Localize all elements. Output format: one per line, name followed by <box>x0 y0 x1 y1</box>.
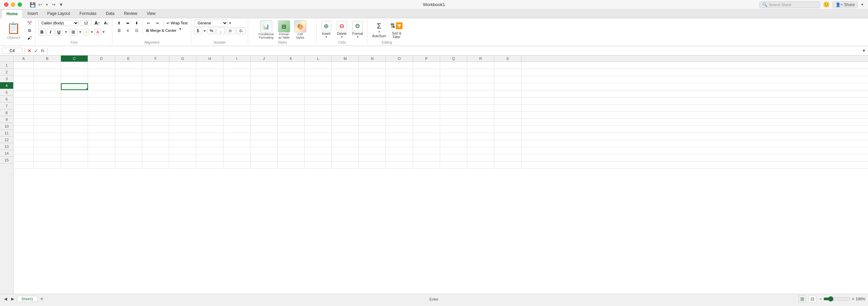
cell-d9[interactable] <box>88 119 115 126</box>
cell-h11[interactable] <box>196 133 223 140</box>
cell-r11[interactable] <box>467 133 494 140</box>
cell-n8[interactable] <box>359 112 386 118</box>
cell-o2[interactable] <box>386 69 413 76</box>
zoom-out-button[interactable]: − <box>819 296 822 302</box>
cell-n1[interactable] <box>359 62 386 69</box>
col-header-E[interactable]: E <box>115 56 142 62</box>
cell-f7[interactable] <box>142 105 169 111</box>
cell-a10[interactable] <box>14 126 34 133</box>
cell-d1[interactable] <box>88 62 115 69</box>
maximize-button[interactable] <box>18 2 22 7</box>
cell-r5[interactable] <box>467 90 494 97</box>
cell-r9[interactable] <box>467 119 494 126</box>
row-header-4[interactable]: 4 <box>0 82 13 89</box>
cell-g11[interactable] <box>169 133 196 140</box>
col-header-H[interactable]: H <box>196 56 223 62</box>
cell-s5[interactable] <box>494 90 521 97</box>
cell-h6[interactable] <box>196 97 223 104</box>
search-bar[interactable]: 🔍 Search Sheet <box>759 1 820 8</box>
cell-a1[interactable] <box>14 62 34 69</box>
cell-d6[interactable] <box>88 97 115 104</box>
cell-g6[interactable] <box>169 97 196 104</box>
cell-o4[interactable] <box>386 83 413 90</box>
autosum-dropdown[interactable]: ▼ <box>378 30 381 34</box>
cell-p10[interactable] <box>413 126 440 133</box>
cell-c13[interactable] <box>61 147 88 154</box>
cell-f10[interactable] <box>142 126 169 133</box>
wrap-text-button[interactable]: ↵ Wrap Text <box>165 20 189 26</box>
cell-j1[interactable] <box>251 62 278 69</box>
cell-q7[interactable] <box>440 105 467 111</box>
currency-button[interactable]: $ <box>194 27 202 34</box>
cell-r10[interactable] <box>467 126 494 133</box>
shrink-font-button[interactable]: A↓ <box>103 20 110 26</box>
cell-b5[interactable] <box>34 90 61 97</box>
cell-b2[interactable] <box>34 69 61 76</box>
cell-r3[interactable] <box>467 76 494 83</box>
cell-g3[interactable] <box>169 76 196 83</box>
cell-m5[interactable] <box>332 90 359 97</box>
row-header-11[interactable]: 11 <box>0 130 13 136</box>
fill-color-dropdown[interactable]: ▼ <box>90 30 93 34</box>
cell-e4[interactable] <box>115 83 142 90</box>
cell-k9[interactable] <box>278 119 305 126</box>
cell-r2[interactable] <box>467 69 494 76</box>
cell-j3[interactable] <box>251 76 278 83</box>
insert-cells-button[interactable]: ⊕ Insert ▼ <box>319 20 333 40</box>
cell-f5[interactable] <box>142 90 169 97</box>
cell-c8[interactable] <box>61 112 88 118</box>
cell-o6[interactable] <box>386 97 413 104</box>
cell-h9[interactable] <box>196 119 223 126</box>
cell-n3[interactable] <box>359 76 386 83</box>
cell-b6[interactable] <box>34 97 61 104</box>
cell-q13[interactable] <box>440 147 467 154</box>
cell-s4[interactable] <box>494 83 521 90</box>
currency-dropdown[interactable]: ▼ <box>203 29 207 33</box>
cell-i10[interactable] <box>223 126 251 133</box>
sheet-tab-1[interactable]: Sheet1 <box>17 296 38 302</box>
font-family-select[interactable]: Calibri (Body) <box>38 20 79 26</box>
cell-q3[interactable] <box>440 76 467 83</box>
cell-i11[interactable] <box>223 133 251 140</box>
cell-s9[interactable] <box>494 119 521 126</box>
cell-p15[interactable] <box>413 161 440 168</box>
middle-align-button[interactable]: ⬅ <box>124 20 132 26</box>
cell-f11[interactable] <box>142 133 169 140</box>
cell-e2[interactable] <box>115 69 142 76</box>
cell-c1[interactable] <box>61 62 88 69</box>
cell-g1[interactable] <box>169 62 196 69</box>
cell-m3[interactable] <box>332 76 359 83</box>
cell-b13[interactable] <box>34 147 61 154</box>
decrease-indent-button[interactable]: ⇐ <box>145 20 153 26</box>
cell-i2[interactable] <box>223 69 251 76</box>
cell-f2[interactable] <box>142 69 169 76</box>
cell-c15[interactable] <box>61 161 88 168</box>
customize-icon[interactable]: ▼ <box>58 2 64 7</box>
cell-d3[interactable] <box>88 76 115 83</box>
cell-j4[interactable] <box>251 83 278 90</box>
cell-s15[interactable] <box>494 161 521 168</box>
cell-h7[interactable] <box>196 105 223 111</box>
cell-l5[interactable] <box>305 90 332 97</box>
cell-l6[interactable] <box>305 97 332 104</box>
cell-h4[interactable] <box>196 83 223 90</box>
cell-g12[interactable] <box>169 140 196 147</box>
prev-sheet-button[interactable]: ◀ <box>3 297 8 301</box>
cell-o8[interactable] <box>386 112 413 118</box>
row-header-8[interactable]: 8 <box>0 109 13 116</box>
normal-view-button[interactable]: ⊞ <box>799 295 806 303</box>
col-header-G[interactable]: G <box>169 56 196 62</box>
cell-g13[interactable] <box>169 147 196 154</box>
cell-o7[interactable] <box>386 105 413 111</box>
cell-b11[interactable] <box>34 133 61 140</box>
cell-s2[interactable] <box>494 69 521 76</box>
cell-d4[interactable] <box>88 83 115 90</box>
col-header-F[interactable]: F <box>142 56 169 62</box>
cell-d5[interactable] <box>88 90 115 97</box>
cell-q9[interactable] <box>440 119 467 126</box>
cell-m8[interactable] <box>332 112 359 118</box>
cell-d10[interactable] <box>88 126 115 133</box>
row-header-12[interactable]: 12 <box>0 136 13 143</box>
center-align-button[interactable]: ≡ <box>124 27 132 34</box>
cell-j7[interactable] <box>251 105 278 111</box>
